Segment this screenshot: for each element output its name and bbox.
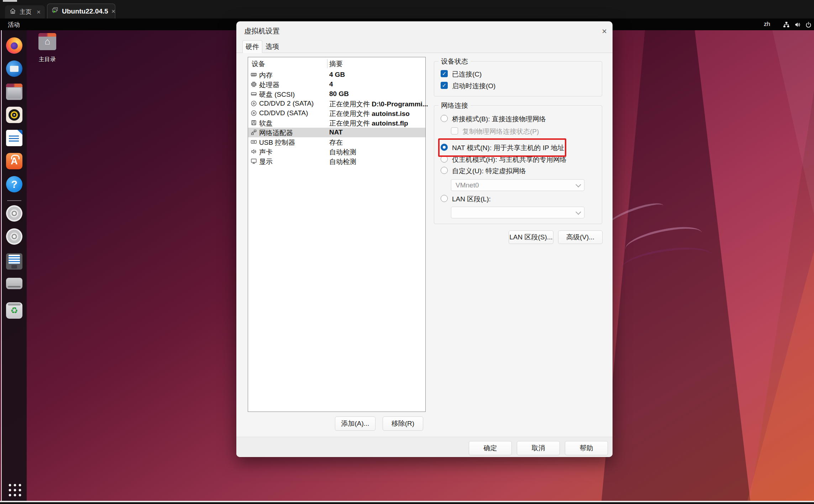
cd-rom-icon[interactable] [6,205,22,222]
display-icon [251,158,257,164]
remove-device-button[interactable]: 移除(R) [383,417,423,431]
bridged-label[interactable]: 桥接模式(B): 直接连接物理网络 [452,115,546,124]
table-row-cd[interactable]: CD/DVD (SATA) 正在使用文件 autoinst.iso [248,108,425,118]
screen: 主页 × Ubuntu22.04.5 × 活动 zh [0,0,814,504]
device-status-title: 设备状态 [438,57,471,66]
add-device-button[interactable]: 添加(A)... [335,417,376,431]
tab-vm-label: Ubuntu22.04.5 [62,7,108,15]
vm-window-bottom-frame [0,502,814,504]
tab-home[interactable]: 主页 × [5,5,45,18]
memory-icon [251,71,257,78]
connect-at-power-on-checkbox[interactable]: ✓ [441,82,448,89]
dock: A ? ♻ [2,30,27,501]
tab-strip-divider [236,53,613,53]
connect-at-power-on-label[interactable]: 启动时连接(O) [452,81,495,91]
table-row-display[interactable]: 显示 自动检测 [248,156,425,166]
tab-vm-ubuntu[interactable]: Ubuntu22.04.5 × [47,4,115,18]
replicate-state-label: 复制物理网络连接状态(P) [462,127,539,136]
chevron-down-icon [576,209,581,215]
help-icon[interactable]: ? [6,176,22,192]
bridged-radio[interactable] [441,115,448,122]
harddisk-icon [251,91,257,97]
column-header-device: 设备 [252,59,265,69]
cancel-button[interactable]: 取消 [517,441,560,455]
vm-screen-icon [52,7,59,16]
connected-label[interactable]: 已连接(C) [452,70,482,79]
input-method-indicator[interactable]: zh [764,21,770,28]
network-connection-group: 网络连接 桥接模式(B): 直接连接物理网络 复制物理网络连接状态(P) NAT… [434,105,602,224]
house-glyph: ⌂ [38,36,56,47]
dock-separator [7,200,21,201]
dialog-title: 虚拟机设置 [244,26,280,36]
custom-network-select: VMnet0 [451,179,584,191]
network-adapter-icon [251,129,257,136]
table-row-cd2[interactable]: CD/DVD 2 (SATA) 正在使用文件 D:\0-Programmi... [248,99,425,108]
table-row-harddisk[interactable]: 硬盘 (SCSI) 80 GB [248,89,425,99]
host-only-label[interactable]: 仅主机模式(H): 与主机共享的专用网络 [452,155,567,164]
window-top-edge [3,0,17,2]
firefox-icon[interactable] [6,37,22,54]
tab-home-label: 主页 [20,8,32,16]
network-connection-title: 网络连接 [438,101,471,110]
tab-hardware[interactable]: 硬件 [242,40,262,53]
lan-segment-select [451,207,584,218]
activities-button[interactable]: 活动 [8,21,20,29]
vmware-tab-bar: 主页 × Ubuntu22.04.5 × [0,0,814,18]
cd-rom-icon[interactable] [6,228,22,245]
table-row-processors[interactable]: 处理器 4 [248,80,425,89]
usb-icon [251,139,257,145]
table-row-usb[interactable]: USB 控制器 存在 [248,137,425,147]
ok-button[interactable]: 确定 [469,441,512,455]
device-status-group: 设备状态 ✓ 已连接(C) ✓ 启动时连接(O) [434,61,602,96]
dialog-close-icon[interactable]: × [599,26,610,37]
table-row-network-adapter[interactable]: 网络适配器 NAT [248,128,425,137]
home-folder-label: 主目录 [30,56,65,63]
trash-icon[interactable]: ♻ [6,302,22,319]
floppy-icon [251,120,257,126]
cd-icon [251,100,257,107]
libreoffice-writer-icon[interactable] [6,130,22,146]
custom-radio[interactable] [441,167,448,174]
home-icon [9,7,16,16]
volume-icon[interactable] [794,21,801,28]
thunderbird-icon[interactable] [6,60,22,77]
lan-segments-button[interactable]: LAN 区段(S)... [509,230,553,244]
home-folder-icon[interactable]: ⌂ [38,35,56,50]
dialog-footer: 确定 取消 帮助 [236,437,613,457]
check-icon: ✓ [442,82,447,89]
lan-segment-label[interactable]: LAN 区段(L): [452,195,491,204]
tab-options[interactable]: 选项 [262,40,282,53]
sound-card-icon [251,148,257,155]
cpu-icon [251,81,257,87]
column-header-summary: 摘要 [329,59,343,69]
custom-network-value: VMnet0 [456,181,479,189]
host-only-radio[interactable] [441,155,448,163]
app-grid-icon[interactable] [7,482,22,497]
chevron-down-icon [576,182,581,187]
table-row-memory[interactable]: 内存 4 GB [248,70,425,80]
table-row-floppy[interactable]: 软盘 正在使用文件 autoinst.flp [248,118,425,128]
table-row-sound[interactable]: 声卡 自动检测 [248,147,425,156]
cd-icon [251,110,257,116]
custom-label[interactable]: 自定义(U): 特定虚拟网络 [452,166,526,176]
tab-home-close-icon[interactable]: × [37,8,41,16]
lan-segment-radio[interactable] [441,195,448,202]
nat-label[interactable]: NAT 模式(N): 用于共享主机的 IP 地址 [452,143,564,153]
power-icon[interactable] [805,21,812,28]
device-table: 设备 摘要 内存 4 GB 处理器 4 硬盘 (SCSI) 80 GB CD/D… [248,57,426,412]
floppy-disk-icon[interactable] [6,253,22,270]
network-icon[interactable] [783,21,790,28]
vm-settings-dialog: 虚拟机设置 × 硬件 选项 设备 摘要 内存 4 GB 处理器 4 硬盘 (SC… [236,21,613,457]
tab-vm-close-icon[interactable]: × [111,7,115,15]
column-divider [327,59,327,68]
connected-checkbox[interactable]: ✓ [441,70,448,77]
nat-radio[interactable] [441,144,448,151]
check-icon: ✓ [442,70,447,77]
ubuntu-software-icon[interactable]: A [6,153,22,169]
replicate-state-checkbox [451,127,458,134]
files-icon[interactable] [6,84,22,100]
advanced-button[interactable]: 高级(V)... [558,230,603,244]
removable-drive-icon[interactable] [6,278,22,289]
help-button[interactable]: 帮助 [565,441,608,455]
rhythmbox-icon[interactable] [6,107,22,123]
